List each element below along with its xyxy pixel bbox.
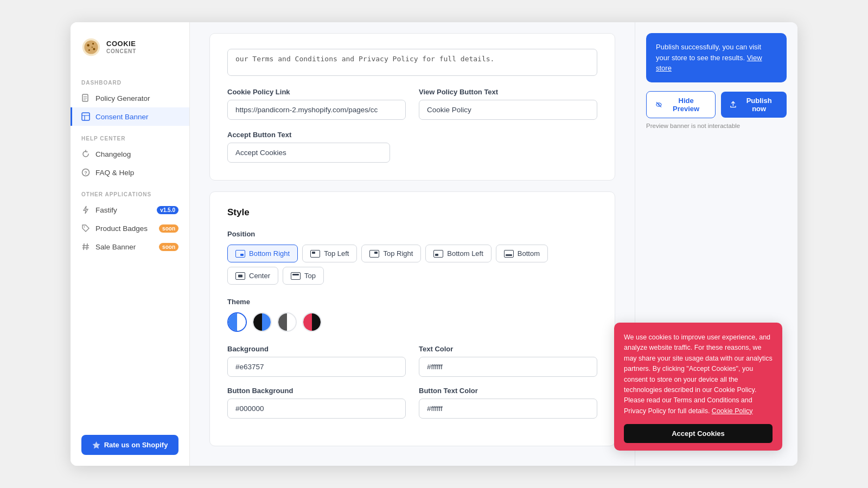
section-label-help: HELP CENTER — [71, 126, 189, 145]
description-textarea[interactable]: our Terms and Conditions and Privacy Pol… — [227, 49, 597, 76]
refresh-icon — [81, 150, 90, 158]
bg-color-field: Background — [227, 345, 406, 377]
view-policy-input[interactable] — [419, 100, 597, 120]
accept-btn-input[interactable] — [227, 143, 390, 163]
bottom-left-icon — [433, 250, 443, 258]
logo-icon — [81, 37, 101, 57]
btn-bg-input[interactable] — [227, 399, 406, 419]
center-icon — [235, 272, 245, 280]
sidebar-item-sale-banner[interactable]: Sale Banner soon — [71, 237, 189, 256]
btn-text-label: Button Text Color — [419, 387, 597, 395]
cookie-policy-link-label: Cookie Policy Link — [227, 88, 406, 96]
svg-line-18 — [84, 243, 84, 250]
faq-label: FAQ & Help — [95, 169, 134, 177]
svg-marker-16 — [84, 206, 88, 214]
help-icon: ? — [81, 168, 90, 177]
cookie-policy-link-group: Cookie Policy Link — [227, 88, 406, 120]
product-badges-label: Product Badges — [95, 224, 148, 233]
changelog-label: Changelog — [95, 150, 131, 158]
position-top[interactable]: Top — [283, 267, 324, 285]
color-row-2: Button Background Button Text Color — [227, 387, 597, 419]
position-bottom-left[interactable]: Bottom Left — [425, 245, 491, 262]
sidebar-item-consent-banner[interactable]: Consent Banner — [71, 107, 189, 126]
sidebar-item-fastify[interactable]: Fastify v1.5.0 — [71, 201, 189, 219]
center-label: Center — [249, 272, 270, 280]
hash-icon — [81, 242, 90, 251]
style-title: Style — [227, 207, 597, 218]
publish-now-button[interactable]: Publish now — [721, 92, 787, 118]
fastify-label: Fastify — [95, 206, 117, 214]
bg-input[interactable] — [227, 357, 406, 377]
top-right-icon — [369, 250, 379, 258]
btn-text-field: Button Text Color — [419, 387, 597, 419]
hide-preview-button[interactable]: Hide Preview — [646, 91, 716, 118]
rate-shopify-button[interactable]: Rate us on Shopify — [81, 435, 178, 455]
position-group: Bottom Right Top Left Top Right Bot — [227, 245, 597, 285]
zap-icon — [81, 206, 90, 214]
cookie-preview-text: We use cookies to improve user experienc… — [624, 332, 773, 416]
app-window: COOKIE CONCENT DASHBOARD Policy Generato… — [71, 22, 797, 466]
cookie-preview-banner: We use cookies to improve user experienc… — [614, 323, 782, 451]
publish-success-banner: Publish successfully, you can visit your… — [646, 33, 787, 82]
sale-banner-label: Sale Banner — [95, 243, 136, 251]
upload-icon — [730, 101, 737, 108]
top-icon — [291, 272, 301, 280]
btn-bg-label: Button Background — [227, 387, 406, 395]
main-content: our Terms and Conditions and Privacy Pol… — [190, 22, 635, 466]
top-left-label: Top Left — [324, 249, 349, 258]
actions-row: Hide Preview Publish now — [646, 91, 787, 118]
hide-preview-label: Hide Preview — [666, 97, 706, 113]
form-row-links: Cookie Policy Link View Policy Button Te… — [227, 88, 597, 120]
sidebar-item-changelog[interactable]: Changelog — [71, 145, 189, 163]
bg-label: Background — [227, 345, 406, 353]
theme-2[interactable] — [252, 312, 272, 332]
text-color-field: Text Color — [419, 345, 597, 377]
sidebar: COOKIE CONCENT DASHBOARD Policy Generato… — [71, 22, 190, 466]
accept-cookies-button[interactable]: Accept Cookies — [624, 424, 773, 443]
cookie-policy-link-input[interactable] — [227, 100, 406, 120]
theme-4[interactable] — [302, 312, 322, 332]
top-right-label: Top Right — [383, 249, 413, 258]
top-left-icon — [310, 250, 320, 258]
text-color-input[interactable] — [419, 357, 597, 377]
fastify-badge: v1.5.0 — [157, 206, 178, 214]
cookie-policy-link[interactable]: Cookie Policy — [712, 407, 753, 415]
rate-btn-label: Rate us on Shopify — [104, 441, 168, 449]
scrollable-area: our Terms and Conditions and Privacy Pol… — [190, 22, 635, 466]
svg-marker-22 — [92, 441, 100, 449]
sidebar-item-policy-generator[interactable]: Policy Generator — [71, 89, 189, 107]
logo-sub: CONCENT — [106, 48, 136, 54]
position-top-right[interactable]: Top Right — [361, 245, 421, 262]
position-bottom-right[interactable]: Bottom Right — [227, 245, 298, 262]
svg-point-6 — [92, 47, 93, 48]
content-body: our Terms and Conditions and Privacy Pol… — [190, 33, 635, 466]
bottom-right-icon — [235, 250, 245, 258]
theme-3[interactable] — [277, 312, 297, 332]
btn-bg-field: Button Background — [227, 387, 406, 419]
svg-point-3 — [92, 43, 94, 44]
svg-text:?: ? — [84, 170, 87, 176]
publish-now-label: Publish now — [740, 97, 778, 113]
bottom-right-label: Bottom Right — [249, 249, 290, 258]
section-label-dashboard: DASHBOARD — [71, 70, 189, 89]
position-bottom[interactable]: Bottom — [496, 245, 548, 262]
sidebar-item-product-badges[interactable]: Product Badges soon — [71, 219, 189, 237]
layout-icon — [81, 112, 90, 121]
logo-title: COOKIE — [106, 40, 136, 48]
position-center[interactable]: Center — [227, 267, 278, 285]
svg-point-1 — [84, 40, 98, 54]
position-top-left[interactable]: Top Left — [302, 245, 357, 262]
btn-text-input[interactable] — [419, 399, 597, 419]
accept-btn-group: Accept Button Text — [227, 131, 597, 163]
style-section: Style Position Bottom Right Top Left — [209, 191, 615, 446]
svg-rect-11 — [82, 113, 90, 120]
bottom-icon — [504, 250, 514, 258]
theme-1[interactable] — [227, 312, 247, 332]
sidebar-item-faq[interactable]: ? FAQ & Help — [71, 163, 189, 182]
sidebar-bottom: Rate us on Shopify — [71, 426, 189, 455]
top-form-section: our Terms and Conditions and Privacy Pol… — [209, 33, 615, 181]
publish-success-text: Publish successfully, you can visit your… — [656, 43, 761, 62]
svg-point-5 — [88, 49, 90, 51]
consent-banner-label: Consent Banner — [95, 113, 149, 121]
sidebar-logo: COOKIE CONCENT — [71, 22, 189, 70]
